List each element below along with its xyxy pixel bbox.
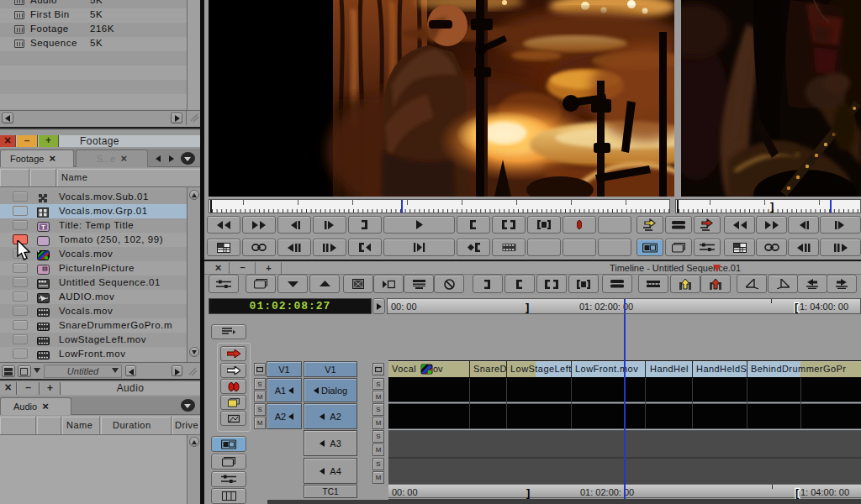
svg-text:]: ] xyxy=(526,486,530,499)
svg-text:]: ] xyxy=(526,301,529,313)
svg-text:1: 04:00: 00: 1: 04:00: 00 xyxy=(800,487,849,497)
svg-text:00: 00: 00: 00 xyxy=(391,302,417,312)
svg-text:00: 00: 00: 00 xyxy=(392,487,418,497)
svg-text:01: 02:00: 00: 01: 02:00: 00 xyxy=(580,487,634,497)
svg-text:]: ] xyxy=(770,200,774,213)
svg-text:[: [ xyxy=(795,486,800,499)
svg-text:T: T xyxy=(41,223,45,231)
svg-text:[: [ xyxy=(795,301,799,313)
svg-text:1: 04:00: 00: 1: 04:00: 00 xyxy=(800,302,848,312)
